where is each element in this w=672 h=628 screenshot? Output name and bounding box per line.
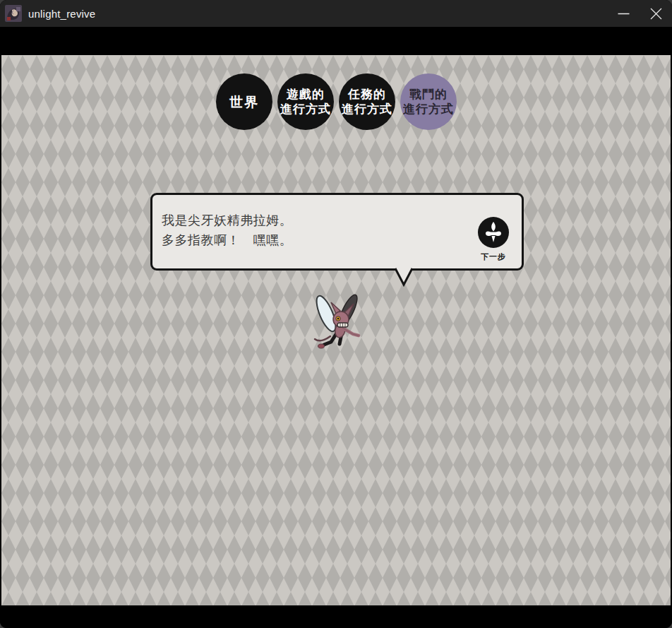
tab-label-line2: 進行方式: [403, 102, 454, 117]
app-icon: [5, 5, 22, 22]
titlebar[interactable]: unlight_revive: [0, 0, 672, 27]
tab-game-howto[interactable]: 遊戲的 進行方式: [277, 73, 334, 130]
app-window: unlight_revive: [0, 0, 672, 628]
next-button-circle: [478, 217, 509, 248]
tab-quest-howto[interactable]: 任務的 進行方式: [339, 73, 395, 130]
bubble-tail: [394, 268, 414, 287]
tab-label-line2: 進行方式: [280, 102, 331, 117]
game-viewport: 世界 遊戲的 進行方式 任務的 進行方式 戰鬥的 進行方式 我是尖牙妖精弗拉姆。…: [0, 27, 672, 628]
fleur-de-lis-icon: [484, 222, 503, 243]
tab-world[interactable]: 世界: [216, 73, 272, 130]
window-title: unlight_revive: [28, 8, 95, 20]
dialog-line2: 多多指教啊！ 嘿嘿。: [162, 233, 292, 247]
dialog-bubble: 我是尖牙妖精弗拉姆。多多指教啊！ 嘿嘿。: [150, 193, 524, 271]
tab-label: 世界: [229, 95, 259, 109]
close-button[interactable]: [640, 0, 672, 27]
next-button-label: 下一步: [481, 251, 506, 262]
close-icon: [650, 8, 662, 20]
tab-label-line1: 遊戲的: [287, 87, 325, 102]
minimize-icon: [618, 8, 630, 20]
minimize-button[interactable]: [607, 0, 640, 27]
tab-battle-howto[interactable]: 戰鬥的 進行方式: [400, 73, 457, 130]
game-stage: 世界 遊戲的 進行方式 任務的 進行方式 戰鬥的 進行方式 我是尖牙妖精弗拉姆。…: [1, 55, 671, 605]
dialog-text: 我是尖牙妖精弗拉姆。多多指教啊！ 嘿嘿。: [162, 211, 292, 250]
tab-label-line1: 任務的: [348, 87, 386, 102]
next-button[interactable]: 下一步: [472, 217, 515, 262]
dialog-line1: 我是尖牙妖精弗拉姆。: [162, 213, 292, 227]
tab-label-line2: 進行方式: [342, 102, 392, 117]
tab-label-line1: 戰鬥的: [409, 87, 448, 102]
fang-fairy-sprite: [309, 292, 366, 356]
